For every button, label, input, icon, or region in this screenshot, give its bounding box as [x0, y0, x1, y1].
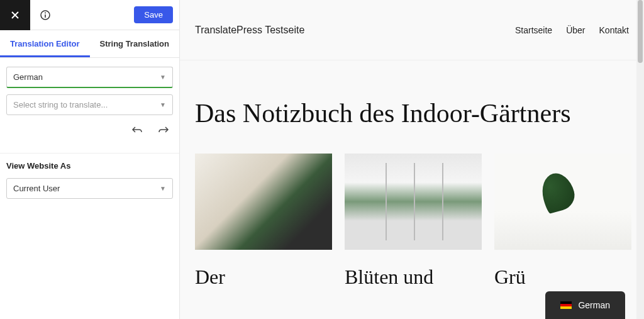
card-title[interactable]: Blüten und — [345, 265, 482, 289]
string-select[interactable]: Select string to translate... ▼ — [6, 94, 173, 115]
site-nav: Startseite Über Kontakt — [515, 25, 629, 35]
card-image[interactable] — [494, 154, 631, 250]
preview-pane: TranslatePress Testseite Startseite Über… — [180, 0, 644, 319]
language-select-value: German — [13, 72, 43, 82]
cards-row: Der Blüten und Grü — [180, 154, 644, 289]
card: Der — [195, 154, 332, 289]
string-nav-arrows — [6, 121, 173, 137]
save-button[interactable]: Save — [134, 6, 173, 23]
sidebar: Save Translation Editor String Translati… — [0, 0, 180, 319]
page-title[interactable]: Das Notizbuch des Indoor-Gärtners — [180, 60, 644, 154]
close-button[interactable] — [0, 0, 30, 30]
language-select[interactable]: German ▼ — [6, 67, 173, 88]
undo-arrow-icon — [131, 125, 143, 134]
card-image[interactable] — [195, 154, 332, 250]
chevron-down-icon: ▼ — [160, 74, 166, 81]
tab-string-translation[interactable]: String Translation — [90, 30, 180, 57]
nav-link-about[interactable]: Über — [566, 25, 585, 35]
divider — [0, 153, 179, 161]
card-title[interactable]: Der — [195, 265, 332, 289]
flag-germany-icon — [560, 301, 572, 309]
card-title[interactable]: Grü — [494, 265, 631, 289]
nav-link-contact[interactable]: Kontakt — [599, 25, 629, 35]
sidebar-top-bar: Save — [0, 0, 179, 30]
language-switcher[interactable]: German — [545, 291, 625, 319]
svg-point-1 — [45, 12, 46, 13]
nav-link-home[interactable]: Startseite — [515, 25, 552, 35]
close-icon — [9, 9, 21, 21]
language-switcher-label: German — [578, 300, 610, 310]
sidebar-controls: German ▼ Select string to translate... ▼ — [0, 58, 179, 145]
redo-arrow-icon — [158, 125, 169, 134]
next-string-button[interactable] — [158, 125, 169, 137]
sidebar-tabs: Translation Editor String Translation — [0, 30, 179, 58]
view-as-value: Current User — [13, 184, 60, 193]
chevron-down-icon: ▼ — [160, 101, 166, 108]
card: Grü — [494, 154, 631, 289]
preview-header: TranslatePress Testseite Startseite Über… — [180, 0, 644, 60]
string-select-placeholder: Select string to translate... — [13, 100, 108, 109]
view-as-select[interactable]: Current User ▼ — [6, 178, 173, 199]
tab-translation-editor[interactable]: Translation Editor — [0, 30, 90, 57]
scrollbar-track[interactable] — [636, 0, 644, 319]
chevron-down-icon: ▼ — [160, 185, 166, 192]
card-image[interactable] — [345, 154, 482, 250]
view-as-label: View Website As — [0, 161, 179, 171]
svg-rect-2 — [45, 14, 46, 18]
info-button[interactable] — [30, 0, 60, 30]
card: Blüten und — [345, 154, 482, 289]
site-title[interactable]: TranslatePress Testseite — [195, 25, 304, 36]
scrollbar-thumb[interactable] — [638, 0, 643, 63]
prev-string-button[interactable] — [131, 125, 143, 137]
info-icon — [40, 9, 51, 21]
